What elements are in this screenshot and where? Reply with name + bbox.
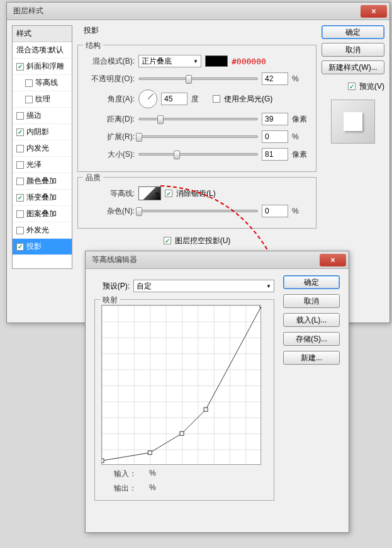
noise-slider[interactable] (138, 210, 258, 212)
input-label: 输入： (114, 469, 137, 479)
knockout-label: 图层挖空投影(U) (175, 236, 231, 246)
mapping-fieldset: 映射 输入： % 输出： % (94, 299, 274, 501)
size-input[interactable] (262, 148, 288, 161)
checkbox-icon[interactable] (25, 79, 33, 87)
styles-list: 样式 混合选项:默认 斜面和浮雕 等高线 纹理 描边 内阴影 内发光 光泽 颜色… (12, 25, 72, 269)
contour-new-button[interactable]: 新建... (283, 351, 340, 365)
distance-slider[interactable] (138, 118, 258, 120)
style-item-contour[interactable]: 等高线 (13, 75, 72, 91)
distance-label: 距离(D): (84, 114, 135, 125)
contour-editor-window: 等高线编辑器 × 预设(P): 自定▼ 映射 输入： % (85, 251, 349, 533)
checkbox-icon[interactable] (16, 112, 24, 120)
angle-input[interactable] (161, 93, 188, 105)
knockout-checkbox[interactable] (164, 237, 171, 244)
cancel-button[interactable]: 取消 (322, 43, 384, 57)
preset-dropdown[interactable]: 自定▼ (133, 280, 274, 292)
noise-unit: % (292, 207, 310, 215)
settings-panel: 投影 结构 混合模式(B): 正片叠底▼ #000000 不透明度(O): % (77, 25, 316, 269)
contour-right-panel: 确定 取消 载入(L)... 存储(S)... 新建... (283, 275, 340, 506)
style-item-drop-shadow[interactable]: 投影 (13, 239, 72, 255)
distance-input[interactable] (262, 113, 288, 125)
checkbox-icon[interactable] (16, 227, 24, 234)
contour-label: 等高线: (84, 188, 135, 199)
close-icon[interactable]: × (361, 5, 387, 18)
quality-legend: 品质 (83, 173, 103, 183)
contour-save-button[interactable]: 存储(S)... (283, 332, 340, 346)
noise-label: 杂色(N): (84, 206, 135, 217)
blend-mode-dropdown[interactable]: 正片叠底▼ (138, 55, 201, 67)
svg-rect-2 (180, 431, 184, 435)
checkbox-icon[interactable] (16, 178, 24, 185)
svg-rect-1 (148, 451, 152, 455)
opacity-unit: % (292, 74, 310, 83)
layer-style-titlebar[interactable]: 图层样式 × (7, 3, 389, 20)
style-item-texture[interactable]: 纹理 (13, 91, 72, 108)
contour-ok-button[interactable]: 确定 (283, 275, 340, 289)
opacity-input[interactable] (262, 72, 288, 85)
checkbox-icon[interactable] (16, 194, 24, 202)
size-slider[interactable] (138, 153, 258, 156)
spread-slider[interactable] (138, 135, 258, 138)
checkbox-icon[interactable] (16, 161, 24, 169)
new-style-button[interactable]: 新建样式(W)... (322, 60, 384, 74)
distance-unit: 像素 (292, 114, 310, 125)
noise-input[interactable] (262, 205, 288, 217)
contour-cancel-button[interactable]: 取消 (283, 294, 340, 308)
right-button-panel: 确定 取消 新建样式(W)... 预览(V) (322, 25, 384, 269)
panel-title: 投影 (84, 26, 99, 35)
angle-unit: 度 (191, 94, 209, 105)
ok-button[interactable]: 确定 (322, 25, 384, 39)
preview-checkbox[interactable] (348, 83, 356, 90)
opacity-slider[interactable] (138, 77, 258, 80)
size-label: 大小(S): (84, 149, 135, 160)
checkbox-icon[interactable] (16, 145, 24, 152)
chevron-down-icon: ▼ (155, 191, 159, 196)
mapping-legend: 映射 (100, 295, 120, 305)
spread-unit: % (292, 132, 310, 141)
style-item-inner-shadow[interactable]: 内阴影 (13, 124, 72, 140)
svg-rect-4 (260, 305, 262, 307)
quality-fieldset: 品质 等高线: ▼ 消除锯齿(L) 杂色(N): % (77, 177, 316, 229)
structure-legend: 结构 (83, 40, 103, 51)
style-item-inner-glow[interactable]: 内发光 (13, 140, 72, 157)
style-item-pattern-overlay[interactable]: 图案叠加 (13, 206, 72, 222)
style-item-stroke[interactable]: 描边 (13, 108, 72, 124)
checkbox-icon[interactable] (16, 243, 24, 251)
preset-label: 预设(P): (94, 281, 130, 292)
chevron-down-icon: ▼ (193, 59, 198, 64)
contour-left-panel: 预设(P): 自定▼ 映射 输入： % 输出： % (94, 275, 274, 506)
input-unit: % (149, 469, 156, 479)
checkbox-icon[interactable] (25, 96, 33, 103)
spread-input[interactable] (262, 130, 288, 143)
contour-swatch[interactable]: ▼ (138, 186, 161, 200)
close-icon[interactable]: × (320, 254, 346, 266)
contour-graph[interactable] (101, 305, 261, 465)
checkbox-icon[interactable] (16, 63, 24, 71)
antialias-checkbox[interactable] (165, 190, 172, 197)
global-light-label: 使用全局光(G) (224, 94, 272, 105)
style-item-bevel[interactable]: 斜面和浮雕 (13, 59, 72, 75)
blend-options-item[interactable]: 混合选项:默认 (13, 42, 72, 59)
svg-rect-3 (204, 408, 208, 411)
shadow-color-swatch[interactable] (205, 55, 228, 67)
checkbox-icon[interactable] (16, 128, 24, 136)
contour-editor-titlebar[interactable]: 等高线编辑器 × (86, 251, 349, 269)
checkbox-icon[interactable] (16, 210, 24, 218)
style-item-gradient-overlay[interactable]: 渐变叠加 (13, 190, 72, 206)
style-item-outer-glow[interactable]: 外发光 (13, 222, 72, 239)
opacity-label: 不透明度(O): (84, 74, 135, 84)
contour-editor-title: 等高线编辑器 (88, 254, 137, 265)
angle-dial[interactable] (138, 89, 157, 108)
svg-rect-0 (102, 459, 104, 462)
style-item-color-overlay[interactable]: 颜色叠加 (13, 173, 72, 190)
chevron-down-icon: ▼ (266, 283, 271, 289)
blend-mode-label: 混合模式(B): (84, 56, 135, 67)
preview-label: 预览(V) (359, 81, 384, 92)
structure-fieldset: 结构 混合模式(B): 正片叠底▼ #000000 不透明度(O): % 角度(… (77, 45, 316, 172)
spread-label: 扩展(R): (84, 132, 135, 142)
global-light-checkbox[interactable] (213, 95, 220, 103)
layer-style-title: 图层样式 (9, 6, 43, 16)
contour-load-button[interactable]: 载入(L)... (283, 313, 340, 327)
color-hex-label: #000000 (232, 57, 266, 66)
style-item-satin[interactable]: 光泽 (13, 157, 72, 173)
